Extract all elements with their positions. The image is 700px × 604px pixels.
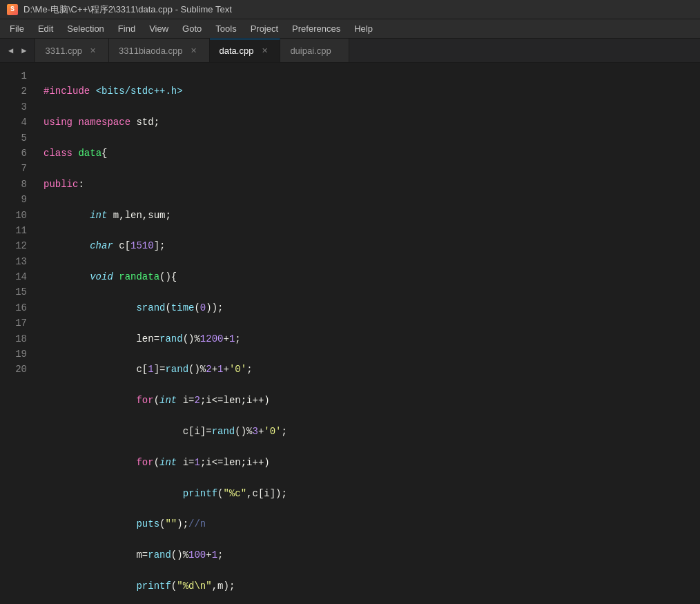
menu-edit[interactable]: Edit xyxy=(31,21,60,37)
line-number: 10 xyxy=(6,208,27,223)
line-number: 19 xyxy=(6,347,27,362)
code-line-12: c[i]=rand()%3+'0'; xyxy=(43,424,700,439)
line-number: 4 xyxy=(6,115,27,130)
line-number: 2 xyxy=(6,84,27,99)
titlebar: S D:\Me-电脑\C++\程序2\3311\data.cpp - Subli… xyxy=(0,0,700,19)
line-number: 16 xyxy=(6,300,27,315)
code-line-11: for(int i=2;i<=len;i++) xyxy=(43,393,700,408)
code-line-10: c[1]=rand()%2+1+'0'; xyxy=(43,362,700,377)
line-number: 8 xyxy=(6,177,27,192)
menu-preferences[interactable]: Preferences xyxy=(285,21,347,37)
tab-label: duipai.cpp xyxy=(290,46,331,56)
line-number: 7 xyxy=(6,161,27,176)
tab-navigation: ◀ ▶ xyxy=(0,39,35,62)
menu-help[interactable]: Help xyxy=(347,21,380,37)
code-line-1: #include <bits/stdc++.h> xyxy=(43,84,700,99)
line-number: 18 xyxy=(6,331,27,347)
line-number: 6 xyxy=(6,146,27,161)
menubar: File Edit Selection Find View Goto Tools… xyxy=(0,19,700,39)
code-line-4: public: xyxy=(43,177,700,192)
menu-goto[interactable]: Goto xyxy=(175,21,208,37)
code-line-9: len=rand()%1200+1; xyxy=(43,331,700,347)
line-numbers: 1 2 3 4 5 6 7 8 9 10 11 12 13 14 15 16 1… xyxy=(0,63,38,604)
line-number: 14 xyxy=(6,269,27,284)
code-line-15: puts("");//n xyxy=(43,516,700,532)
menu-file[interactable]: File xyxy=(3,21,31,37)
line-number: 20 xyxy=(6,362,27,377)
menu-tools[interactable]: Tools xyxy=(208,21,243,37)
line-number: 12 xyxy=(6,238,27,253)
code-line-17: printf("%d\n",m); xyxy=(43,578,700,594)
menu-view[interactable]: View xyxy=(142,21,175,37)
code-editor[interactable]: #include <bits/stdc++.h> using namespace… xyxy=(38,63,700,604)
tab-close-3311biaodacpp[interactable]: ✕ xyxy=(188,45,200,56)
line-number: 17 xyxy=(6,315,27,331)
tab-3311biaodacpp[interactable]: 3311biaoda.cpp ✕ xyxy=(109,39,210,62)
code-line-6: char c[1510]; xyxy=(43,238,700,253)
tab-bar: ◀ ▶ 3311.cpp ✕ 3311biaoda.cpp ✕ data.cpp… xyxy=(0,39,700,63)
tab-close-datacpp[interactable]: ✕ xyxy=(259,46,270,57)
code-line-13: for(int i=1;i<=len;i++) xyxy=(43,455,700,470)
tab-3311cpp[interactable]: 3311.cpp ✕ xyxy=(35,39,109,62)
menu-find[interactable]: Find xyxy=(111,21,142,37)
line-number: 3 xyxy=(6,99,27,115)
line-number: 13 xyxy=(6,254,27,269)
tab-close-3311cpp[interactable]: ✕ xyxy=(88,45,99,56)
line-number: 11 xyxy=(6,223,27,238)
code-line-8: srand(time(0)); xyxy=(43,300,700,315)
tab-label: 3311.cpp xyxy=(45,46,82,56)
tab-label: data.cpp xyxy=(220,46,254,56)
line-number: 5 xyxy=(6,130,27,146)
line-number: 9 xyxy=(6,192,27,207)
code-line-2: using namespace std; xyxy=(43,115,700,130)
line-number: 1 xyxy=(6,68,27,84)
code-line-3: class data{ xyxy=(43,146,700,161)
tab-prev-arrow[interactable]: ◀ xyxy=(6,44,16,57)
tab-datacpp[interactable]: data.cpp ✕ xyxy=(210,39,281,62)
code-line-7: void randata(){ xyxy=(43,269,700,284)
menu-project[interactable]: Project xyxy=(244,21,285,37)
code-area: 1 2 3 4 5 6 7 8 9 10 11 12 13 14 15 16 1… xyxy=(0,63,700,604)
code-line-16: m=rand()%100+1; xyxy=(43,547,700,563)
code-line-14: printf("%c",c[i]); xyxy=(43,486,700,501)
line-number: 15 xyxy=(6,284,27,300)
tab-next-arrow[interactable]: ▶ xyxy=(19,44,29,57)
app-icon: S xyxy=(7,4,18,15)
code-line-5: int m,len,sum; xyxy=(43,208,700,223)
window-title: D:\Me-电脑\C++\程序2\3311\data.cpp - Sublime… xyxy=(23,3,232,16)
tab-duipaicpp[interactable]: duipai.cpp xyxy=(280,39,349,62)
menu-selection[interactable]: Selection xyxy=(60,21,110,37)
tab-label: 3311biaoda.cpp xyxy=(119,46,183,56)
